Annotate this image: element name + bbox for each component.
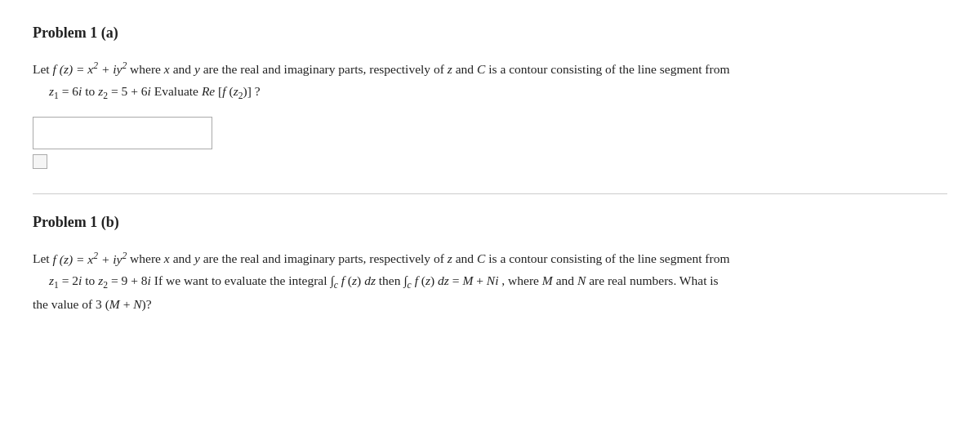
- problem-1b-text: Let f (z) = x2 + iy2 where x and y are t…: [33, 247, 947, 315]
- then-text-b: then: [376, 273, 403, 287]
- comma-text-b: , where: [498, 273, 541, 287]
- where-label-b: where: [127, 252, 164, 266]
- z2-text: z2 = 5 + 6i: [98, 84, 151, 98]
- z1-text-b: z1 = 2i: [49, 273, 82, 287]
- C-var-b: C: [477, 252, 485, 266]
- N-var-b: N: [577, 273, 586, 287]
- y-var: y: [194, 62, 200, 76]
- fz-formula: f (z) = x2 + iy2: [53, 62, 127, 76]
- section-divider: [33, 193, 947, 194]
- z1-text: z1 = 6i: [49, 84, 82, 98]
- integral2-b: ∫c f (z) dz = M + Ni: [403, 273, 498, 287]
- where-label: where: [127, 62, 164, 76]
- desc1-text: are the real and imaginary parts, respec…: [200, 62, 448, 76]
- problem-1b-section: Problem 1 (b) Let f (z) = x2 + iy2 where…: [33, 214, 947, 315]
- and1-label: and: [170, 62, 194, 76]
- desc2-text-b: is a contour consisting of the line segm…: [485, 252, 729, 266]
- to-label: to: [82, 84, 98, 98]
- integral1-b: ∫c f (z) dz: [330, 273, 376, 287]
- M-var-b: M: [542, 273, 553, 287]
- and1-label-b: and: [170, 252, 194, 266]
- and2-label: and: [452, 62, 477, 76]
- checkbox-1a[interactable]: [33, 154, 47, 169]
- C-var: C: [477, 62, 485, 76]
- y-var-b: y: [194, 252, 200, 266]
- z2-text-b: z2 = 9 + 8i: [98, 273, 151, 287]
- q-mark-b: ?: [146, 297, 152, 311]
- x-var: x: [164, 62, 170, 76]
- let-label: Let: [33, 62, 53, 76]
- expr-text: 3 (M + N): [96, 297, 146, 311]
- to-label-b: to: [82, 273, 98, 287]
- desc2-text: is a contour consisting of the line segm…: [485, 62, 729, 76]
- desc3-text-b: are real numbers. What is: [586, 273, 718, 287]
- desc1-text-b: are the real and imaginary parts, respec…: [200, 252, 448, 266]
- evaluate-label: Evaluate: [151, 84, 202, 98]
- Re-label: Re: [202, 84, 215, 98]
- answer-input-1a[interactable]: [33, 117, 212, 149]
- if-text-b: If we want to evaluate the integral: [151, 273, 331, 287]
- x-var-b: x: [164, 252, 170, 266]
- problem-1a-title: Problem 1 (a): [33, 24, 947, 42]
- problem-1a-text: Let f (z) = x2 + iy2 where x and y are t…: [33, 58, 947, 104]
- and2-label-b: and: [452, 252, 477, 266]
- let-label-b: Let: [33, 252, 53, 266]
- bracket-text: [f (z2)]: [215, 84, 252, 98]
- question-mark: ?: [252, 84, 261, 98]
- fz-formula-b: f (z) = x2 + iy2: [53, 252, 127, 266]
- problem-1b-title: Problem 1 (b): [33, 214, 947, 231]
- problem-1a-section: Problem 1 (a) Let f (z) = x2 + iy2 where…: [33, 24, 947, 169]
- and3-text-b: and: [553, 273, 577, 287]
- line3-text: the value of: [33, 297, 96, 311]
